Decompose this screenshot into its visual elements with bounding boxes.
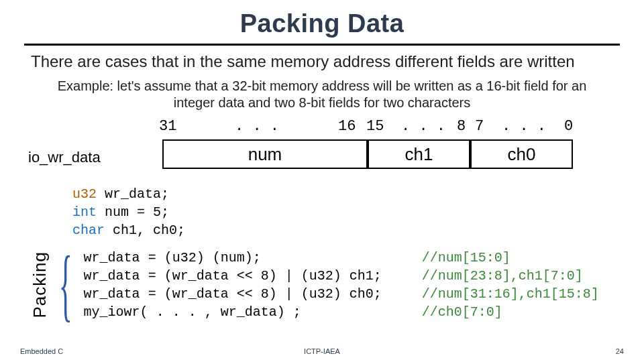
footer-right: 24 [616,347,624,355]
declaration-code: u32 wr_data; int num = 5; char ch1, ch0; [72,185,620,239]
example-text: Example: let's assume that a 32-bit memo… [24,71,620,115]
footer-center: ICTP-IAEA [304,347,340,355]
bit-dots-2: . . . [401,118,445,135]
pc-l1: wr_data = (u32) (num); [84,250,422,265]
kw-int: int [72,204,97,220]
bit-15: 15 [366,118,384,135]
pc-l1c: //num[15:0] [422,250,511,265]
slide: Packing Data There are cases that in the… [0,0,644,362]
decl-l3: ch1, ch0; [105,223,185,238]
decl-l2: num = 5; [97,204,169,220]
io-wr-data-label: io_wr_data [28,149,101,166]
bit-8: 8 [457,118,466,135]
bit-dots-3: . . . [502,118,546,135]
packing-row: Packing { wr_data = (u32) (num); //num[1… [24,249,620,321]
pc-l2: wr_data = (wr_data << 8) | (u32) ch1; [84,268,422,284]
field-ch1: ch1 [368,139,470,169]
bitfield-diagram: 31 . . . 16 15 . . . 8 7 . . . 0 io_wr_d… [24,118,620,180]
pc-l4: my_iowr( . . . , wr_data) ; [84,304,422,320]
pc-l4c: //ch0[7:0] [422,304,502,320]
page-title: Packing Data [24,9,620,38]
packing-label: Packing [30,251,50,318]
field-ch0: ch0 [470,139,573,169]
field-num: num [162,139,368,169]
pc-l3: wr_data = (wr_data << 8) | (u32) ch0; [84,286,422,302]
bit-31: 31 [159,118,176,135]
bit-fields: num ch1 ch0 [162,139,573,169]
decl-l1: wr_data; [97,186,169,202]
subtitle: There are cases that in the same memory … [31,52,620,71]
bit-16: 16 [338,118,356,135]
bit-dots-1: . . . [235,118,279,135]
footer: Embedded C ICTP-IAEA 24 [0,347,644,355]
pc-l3c: //num[31:16],ch1[15:8] [422,286,599,302]
bit-0: 0 [564,118,573,135]
packing-code: wr_data = (u32) (num); //num[15:0] wr_da… [84,249,599,321]
title-rule [24,44,620,46]
kw-char: char [72,223,105,238]
bit-7: 7 [475,118,484,135]
footer-left: Embedded C [20,347,63,355]
kw-u32: u32 [72,186,97,202]
pc-l2c: //num[23:8],ch1[7:0] [422,268,583,284]
brace-icon: { [59,257,72,313]
